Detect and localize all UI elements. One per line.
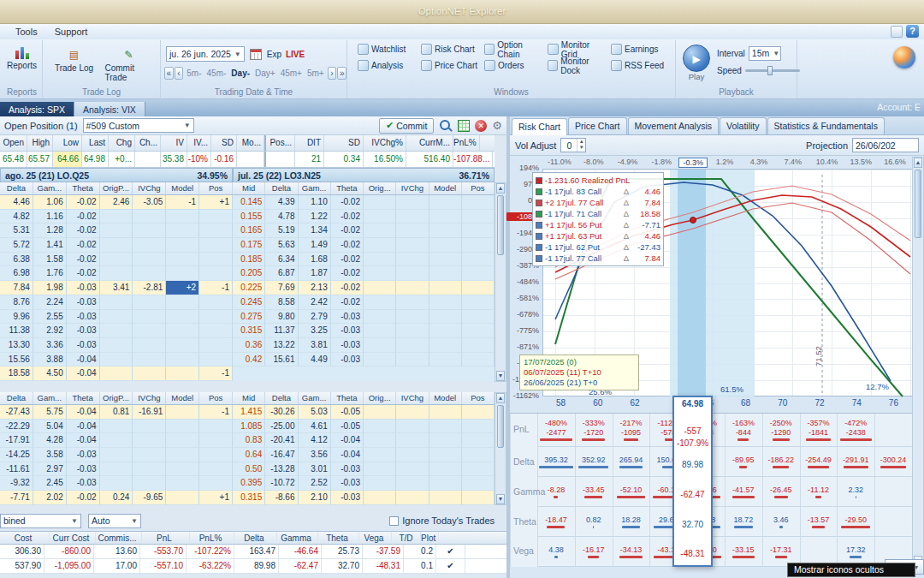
totals-column-header[interactable]: PnL%	[190, 532, 234, 544]
quote-column-header[interactable]: CurrM...	[406, 135, 453, 151]
option-column-header[interactable]: Orig...	[364, 182, 396, 194]
option-column-header[interactable]: Delta	[265, 392, 298, 404]
quote-column-header[interactable]: Mo...	[237, 135, 264, 151]
scroll-up-icon[interactable]: ▲	[914, 158, 922, 168]
play-button[interactable]: ▶	[683, 45, 710, 72]
menu-item[interactable]: Support	[46, 26, 97, 38]
tab-price-chart[interactable]: Price Chart	[568, 117, 627, 134]
time-step-button[interactable]: 45m+	[278, 69, 305, 78]
option-row[interactable]: 7.841.98-0.033.41-2.81+2-1	[0, 281, 233, 295]
option-column-header[interactable]: IVChg	[133, 392, 166, 404]
option-row[interactable]: 0.1454.391.10-0.02	[233, 195, 495, 210]
option-row[interactable]: 0.1655.191.34-0.02	[233, 223, 495, 238]
option-row[interactable]: 4.821.16-0.02	[0, 210, 233, 224]
option-column-header[interactable]: OrigP...	[100, 392, 133, 404]
option-row[interactable]: 6.381.58-0.02	[0, 253, 233, 267]
close-position-icon[interactable]: ✕	[475, 120, 487, 132]
zoom-search-icon[interactable]	[439, 119, 453, 133]
scroll-down-icon[interactable]: ▼	[496, 494, 505, 504]
option-row[interactable]: -11.612.97-0.03	[0, 462, 233, 477]
option-row[interactable]: 0.2458.582.42-0.02	[233, 295, 495, 310]
option-row[interactable]: 0.315-8.662.10-0.03	[233, 491, 495, 505]
option-column-header[interactable]: Pos	[462, 392, 495, 404]
quote-column-header[interactable]: Chg	[109, 135, 135, 151]
quote-column-header[interactable]: Ch...	[135, 135, 161, 151]
quote-column-header[interactable]: IVChg%	[364, 135, 406, 151]
commit-button[interactable]: ✔ Commit	[379, 118, 434, 134]
option-column-header[interactable]: Theta	[331, 392, 364, 404]
option-column-header[interactable]: Delta	[265, 182, 298, 194]
option-column-header[interactable]: Model	[429, 392, 462, 404]
option-row[interactable]: 0.3613.223.81-0.03	[233, 338, 495, 353]
option-row[interactable]: -17.914.28-0.04	[0, 433, 233, 448]
option-column-header[interactable]: Gam...	[299, 392, 331, 404]
current-price-overlay[interactable]: 64.98 -557 -107.9% 89.98 -62.47 32.70 -4…	[672, 396, 713, 567]
option-row[interactable]: 0.2056.871.87-0.02	[233, 266, 495, 281]
time-step-button[interactable]: Day+	[252, 69, 278, 78]
scroll-down-icon[interactable]: ▼	[496, 371, 505, 381]
quote-column-header[interactable]: IV	[161, 135, 187, 151]
quote-column-header[interactable]: PnL%	[453, 135, 480, 151]
option-row[interactable]: 4.461.06-0.022.46-3.05-1+1	[0, 195, 233, 210]
option-column-header[interactable]: Pos	[199, 182, 233, 194]
window-toggle-button[interactable]: Orders	[483, 59, 546, 72]
plot-checkbox[interactable]: ✔	[436, 545, 465, 558]
option-row[interactable]: -9.322.45-0.03	[0, 476, 233, 491]
quote-column-header[interactable]: Pos...	[264, 135, 295, 151]
scroll-up-icon[interactable]: ▲	[496, 393, 505, 403]
option-row[interactable]: 0.50-13.283.01-0.03	[233, 462, 495, 477]
totals-column-header[interactable]: Vega	[359, 532, 392, 544]
scrollbar-thumb[interactable]	[497, 405, 504, 448]
option-row[interactable]: 0.1554.781.22-0.02	[233, 210, 495, 224]
tab-movement-analysis[interactable]: Movement Analysis	[628, 117, 719, 134]
commit-trade-button[interactable]: ✎ Commit Trade	[103, 44, 156, 86]
option-row[interactable]: 5.311.28-0.02	[0, 223, 233, 238]
window-toggle-button[interactable]: Monitor Dock	[546, 56, 609, 76]
quote-column-header[interactable]: Low	[53, 135, 82, 151]
option-row[interactable]: 0.2759.802.79-0.03	[233, 310, 495, 325]
option-row[interactable]: 8.762.24-0.03	[0, 295, 233, 310]
scrollbar-thumb[interactable]	[915, 170, 921, 238]
option-row[interactable]: 0.395-10.722.52-0.03	[233, 476, 495, 491]
option-column-header[interactable]: Gam...	[33, 392, 67, 404]
expiry-header-aug[interactable]: ago. 25 (21) LO.Q25 34.95%	[0, 168, 233, 182]
slider-thumb[interactable]	[767, 66, 773, 75]
option-column-header[interactable]: IVChg	[133, 182, 166, 194]
plot-checkbox[interactable]: ✔	[436, 559, 465, 573]
option-column-header[interactable]: Theta	[67, 392, 100, 404]
calendar-icon[interactable]	[250, 49, 262, 60]
option-row[interactable]: 0.83-20.414.12-0.04	[233, 433, 495, 448]
option-column-header[interactable]: Gam...	[33, 182, 67, 194]
option-column-header[interactable]: Model	[166, 392, 199, 404]
option-column-header[interactable]: Mid	[233, 392, 265, 404]
checkbox-icon[interactable]	[389, 516, 399, 526]
quote-column-header[interactable]: Last	[82, 135, 109, 151]
option-column-header[interactable]: Orig...	[364, 392, 396, 404]
window-toggle-button[interactable]: Option Chain	[483, 39, 546, 60]
option-row[interactable]: 11.382.92-0.03	[0, 324, 233, 338]
tab-statistics-fundamentals[interactable]: Statistics & Fundamentals	[767, 117, 885, 134]
reports-button[interactable]: Reports	[2, 40, 42, 70]
stepper-arrows-icon[interactable]: ▲▼	[577, 139, 585, 152]
vol-adjust-stepper[interactable]: 0 ▲▼	[560, 138, 586, 152]
option-row[interactable]: -27.435.75-0.040.81-16.91-1	[0, 405, 233, 420]
step-forward-far-button[interactable]: »	[337, 67, 346, 80]
calls-scrollbar[interactable]: ▲ ▼	[495, 182, 506, 382]
quick-access-icon[interactable]	[891, 26, 903, 38]
ignore-trades-checkbox[interactable]: Ignore Today's Trades	[389, 515, 495, 526]
step-forward-button[interactable]: ›	[328, 67, 337, 80]
totals-column-header[interactable]: Delta	[234, 532, 277, 544]
quote-column-header[interactable]: DIT	[295, 135, 324, 151]
tab-analysis-spx[interactable]: Analysis: SPX	[0, 102, 74, 116]
legend-entry[interactable]: -1 17jul. 62 Put Δ -27.43	[536, 241, 660, 253]
scrollbar-thumb[interactable]	[497, 195, 504, 255]
tab-analysis-vix[interactable]: Analysis: VIX	[74, 102, 145, 116]
option-row[interactable]: 15.563.88-0.04	[0, 353, 233, 367]
option-column-header[interactable]: Theta	[67, 182, 100, 194]
puts-scrollbar[interactable]: ▲ ▼	[495, 392, 506, 505]
option-column-header[interactable]: OrigP...	[100, 182, 133, 194]
totals-column-header[interactable]: Theta	[318, 532, 359, 544]
option-row[interactable]: -7.712.02-0.020.24-9.65+1	[0, 491, 233, 505]
help-icon[interactable]: ?	[906, 25, 919, 38]
option-row[interactable]: 9.962.55-0.03	[0, 310, 233, 325]
